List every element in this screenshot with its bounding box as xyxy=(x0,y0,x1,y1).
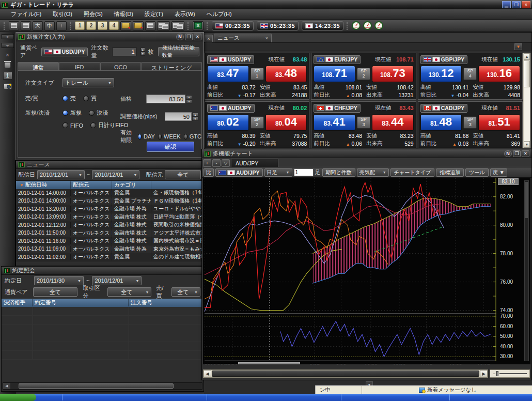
new-window-button[interactable] xyxy=(145,21,155,30)
toolbar-grip[interactable] xyxy=(4,22,6,30)
scroll-right-icon[interactable]: ▶ xyxy=(480,370,488,377)
minimize-button[interactable]: ▁ xyxy=(502,1,511,8)
scroll-up-icon[interactable]: ▲ xyxy=(524,53,530,60)
restore-button[interactable]: ❒ xyxy=(512,1,521,8)
zoom-out-icon[interactable]: − xyxy=(493,371,495,376)
pair-button[interactable]: EUR/JPY xyxy=(314,55,361,64)
compare-button[interactable]: 比 xyxy=(204,168,214,177)
start-button[interactable] xyxy=(0,394,36,401)
close-icon[interactable]: × xyxy=(194,34,201,40)
news-row[interactable]: 2010-12-01 14:00:00 オーバルネクスト 貴金属 プラチナ ＰＧ… xyxy=(16,197,204,206)
ask-button[interactable]: 83.44 xyxy=(372,114,414,131)
close-button[interactable]: × xyxy=(522,1,530,8)
layout-number-button[interactable]: 4 xyxy=(109,21,119,30)
rates-scrollbar[interactable]: ▲ ▼ xyxy=(523,53,530,148)
price-stepper[interactable]: ▲▼ xyxy=(186,95,192,103)
news-row[interactable]: 2010-12-01 12:12:00 オーバルネクスト 金融市場 株式 夜間取… xyxy=(16,221,204,229)
slider-handle[interactable] xyxy=(496,371,498,376)
scroll-down-icon[interactable]: ▼ xyxy=(524,141,530,148)
ask-button[interactable]: 81.51 xyxy=(478,114,520,131)
restore-button[interactable]: ❒ xyxy=(513,150,521,157)
quantity-input[interactable] xyxy=(112,48,137,56)
ask-button[interactable]: 108.73 xyxy=(372,66,414,82)
pair-button[interactable]: USD/JPY xyxy=(207,55,254,64)
toolbar-grip[interactable] xyxy=(347,22,349,30)
bar-count-input[interactable] xyxy=(294,168,314,176)
layers-alt-button[interactable] xyxy=(171,21,184,30)
toolbar-grip[interactable] xyxy=(70,22,72,30)
menu-item[interactable]: 情報(D) xyxy=(108,9,139,19)
menu-item[interactable]: ファイル(F) xyxy=(5,9,47,19)
executions-h-scrollbar[interactable]: ◀ xyxy=(3,382,202,390)
col-category[interactable]: カテゴリ xyxy=(112,181,151,189)
quote-mode-select[interactable]: 売気配▼ xyxy=(357,168,389,177)
menu-item[interactable]: ヘルプ(H) xyxy=(201,9,238,19)
layers-button[interactable] xyxy=(157,21,170,30)
bid-button[interactable]: 130.12 xyxy=(420,66,462,82)
bid-button[interactable]: 108.71 xyxy=(314,66,355,82)
gtc-radio[interactable] xyxy=(184,134,187,140)
pair-button[interactable]: CHF/JPY xyxy=(314,104,360,113)
menu-item[interactable]: 設定(T) xyxy=(139,9,169,19)
scrollbar-thumb[interactable] xyxy=(212,371,479,377)
col-time[interactable]: ▼ 配信日時 xyxy=(16,181,71,189)
chevron-down-icon[interactable]: ▼ xyxy=(514,43,522,50)
chart-pair-chip[interactable]: AUD/JPY xyxy=(215,168,263,177)
camera-icon[interactable] xyxy=(4,83,12,89)
buy-radio[interactable] xyxy=(83,96,89,101)
import-folder-button[interactable] xyxy=(120,21,131,30)
revert-button[interactable]: 戻▼ xyxy=(490,168,507,177)
restore-button[interactable]: ❒ xyxy=(185,34,193,40)
bid-button[interactable]: 83.41 xyxy=(314,114,355,131)
chart-v-scrollbar[interactable] xyxy=(524,180,529,361)
toolbar-grip[interactable] xyxy=(207,22,209,30)
toolbar-grip[interactable] xyxy=(187,22,190,30)
remove-tab-button[interactable]: - xyxy=(212,159,221,167)
scroll-left-icon[interactable]: ◀ xyxy=(204,370,211,377)
chart-h-scrollbar[interactable]: ◀ ▶ xyxy=(203,369,488,378)
col-counterparty[interactable]: 決済相手 xyxy=(2,299,33,306)
available-amount-button[interactable]: 発注/決済可能数量 xyxy=(158,47,199,56)
pin-button[interactable]: N xyxy=(504,150,512,157)
bid-button[interactable]: 81.48 xyxy=(420,114,462,131)
news-row[interactable]: 2010-12-01 13:20:00 オーバルネクスト 金融市場 外為 ユーロ… xyxy=(16,205,204,213)
window-tile-button[interactable] xyxy=(21,21,31,30)
news-row[interactable]: 2010-12-01 11:02:00 オーバルネクスト 貴金属 金のドル建て現… xyxy=(16,253,204,261)
day-fifo-radio[interactable] xyxy=(90,122,96,128)
dock-nav-button[interactable]: ◂▸ xyxy=(2,43,14,48)
add-indicator-button[interactable]: 指標追加 xyxy=(436,168,464,177)
confirm-button[interactable]: 確認 xyxy=(147,142,194,152)
exec-date-from-select[interactable]: 2010/11/30▼ xyxy=(34,276,84,285)
close-icon[interactable]: × xyxy=(522,150,529,157)
close-radio[interactable] xyxy=(89,110,95,116)
exec-side-select[interactable]: 全て▼ xyxy=(171,287,200,297)
font-size-button[interactable]: 大 xyxy=(33,21,43,30)
adjust-price-stepper[interactable]: ▲▼ xyxy=(192,113,198,121)
menu-item[interactable]: 取引(O) xyxy=(47,9,78,19)
add-tab-button[interactable]: + xyxy=(203,159,211,167)
chart-zoom-slider[interactable]: − xyxy=(490,369,530,378)
period-count-button[interactable]: 期間と件数 xyxy=(322,168,355,177)
pair-button[interactable]: CAD/JPY xyxy=(420,104,468,113)
trade-type-select[interactable]: 全て▼ xyxy=(107,287,151,297)
col-source[interactable]: 配信元 xyxy=(71,181,112,189)
col-order-number[interactable]: 注文番号 xyxy=(129,299,204,306)
day-radio[interactable] xyxy=(138,134,142,140)
chart-type-button[interactable]: チャートタイプ xyxy=(390,168,434,177)
layout-number-button[interactable]: 1 xyxy=(75,21,85,30)
timeframe-select[interactable]: 日足▼ xyxy=(264,168,292,177)
tab-menu-button[interactable]: ▽ xyxy=(222,159,230,167)
tab-news[interactable]: ニュース× xyxy=(214,34,272,42)
sell-radio[interactable] xyxy=(62,96,68,101)
pair-button[interactable]: GBP/JPY xyxy=(420,55,468,64)
chart-plot-area[interactable]: 83.1082.0080.0078.0076.0074.0070.0060.00… xyxy=(203,178,530,364)
tools-button[interactable]: ツール xyxy=(465,168,488,177)
tab-close-icon[interactable]: × xyxy=(265,36,268,41)
menu-item[interactable]: 照会(S) xyxy=(78,9,108,19)
trash-icon[interactable] xyxy=(4,61,11,68)
new-radio[interactable] xyxy=(62,110,68,116)
dock-nav-button[interactable]: ◂▸ xyxy=(2,34,14,39)
scrollbar-thumb[interactable] xyxy=(524,60,530,87)
news-row[interactable]: 2010-12-01 11:16:00 オーバルネクスト 金融市場 株式 国内株… xyxy=(16,237,204,245)
news-row[interactable]: 2010-12-01 14:00:00 オーバルネクスト 貴金属 金・銀現物価格… xyxy=(16,189,204,197)
